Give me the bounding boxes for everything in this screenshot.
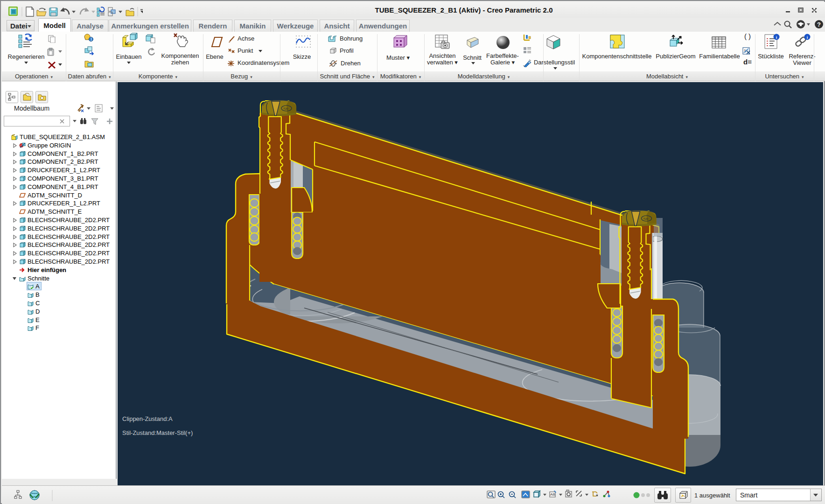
- svg-text:?: ?: [817, 21, 821, 28]
- svg-text:AB: AB: [550, 492, 555, 497]
- svg-text:Stil-Zustand:Master-Stil(+): Stil-Zustand:Master-Stil(+): [122, 429, 193, 436]
- svg-text:Clippen-Zustand:A: Clippen-Zustand:A: [122, 415, 173, 422]
